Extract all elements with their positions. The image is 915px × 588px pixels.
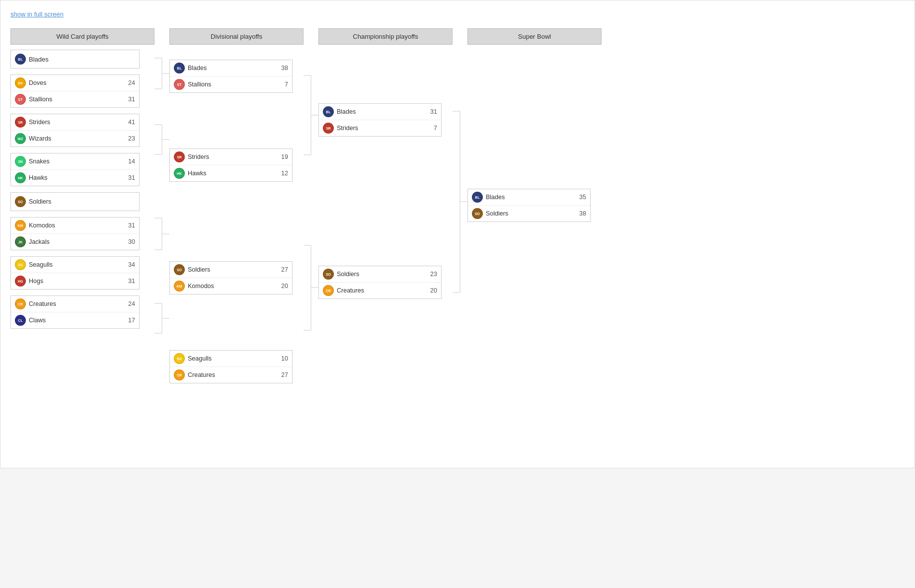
team-score: 20 [430,287,437,294]
team-name: Blades [29,56,49,63]
champ-matchup-1: BL Blades 31 SR Striders 7 [318,103,442,137]
wc-matchup-6: KM Komodos 31 JK Jackals 30 [10,217,140,250]
striders-icon-c: SR [323,123,334,134]
snakes-icon: SN [15,156,26,167]
wc-matchup-5: SO Soldiers [10,192,140,211]
team-name: Creatures [188,371,278,378]
komodos-icon-d: KM [174,281,185,292]
wc-matchup-3: SR Striders 41 WZ Wizards 23 [10,114,140,147]
team-score: 23 [128,135,135,142]
team-score: 24 [128,300,135,307]
team-name: Stallions [29,96,125,103]
championship-header: Championship playoffs [318,28,453,45]
connector-wc-div [154,49,169,458]
team-score: 38 [579,210,586,217]
team-name: Soldiers [486,210,576,217]
seagulls-icon: SG [15,259,26,270]
superbowl-header: Super Bowl [467,28,602,45]
team-name: Seagulls [188,355,278,362]
div-matchup-1: BL Blades 38 ST Stallions 7 [169,60,293,93]
team-score: 20 [281,283,288,290]
team-score: 27 [281,371,288,378]
team-name: Snakes [29,158,125,165]
striders-icon-d: SR [174,151,185,162]
team-name: Striders [29,119,125,126]
jackals-icon: JK [15,236,26,247]
divisional-matchups: BL Blades 38 ST Stallions 7 SR Stri [169,50,304,383]
soldiers-icon-c: SO [323,269,334,280]
team-score: 35 [579,194,586,201]
team-name: Komodos [188,283,278,290]
doves-icon: DV [15,77,26,88]
blades-icon-d: BL [174,63,185,74]
team-score: 12 [281,170,288,177]
wildcard-matchups: BL Blades DV Doves 24 ST Stallions [10,50,154,329]
connector-champ-sb [453,49,467,458]
wizards-icon: WZ [15,133,26,144]
creatures-icon: CR [15,298,26,309]
team-name: Hawks [188,170,278,177]
team-name: Wizards [29,135,125,142]
team-name: Hogs [29,278,125,285]
blades-icon-sb: BL [472,192,483,203]
champ-matchup-2: SO Soldiers 23 CR Creatures 20 [318,266,442,299]
team-score: 27 [281,266,288,273]
team-score: 19 [281,153,288,160]
team-name: Hawks [29,174,125,181]
divisional-header: Divisional playoffs [169,28,304,45]
seagulls-icon-d: SG [174,353,185,364]
team-score: 23 [430,271,437,278]
hogs-icon: HG [15,276,26,287]
team-score: 31 [128,278,135,285]
team-name: Soldiers [29,198,135,205]
soldiers-icon: SO [15,196,26,207]
team-name: Creatures [29,300,125,307]
div-matchup-3: SO Soldiers 27 KM Komodos 20 [169,261,293,294]
stallions-icon-d: ST [174,79,185,90]
team-score: 14 [128,158,135,165]
team-score: 7 [434,125,437,132]
team-name: Striders [337,125,431,132]
team-score: 10 [281,355,288,362]
superbowl-column: Super Bowl BL Blades 35 SO Soldiers 38 [467,28,602,222]
team-score: 31 [128,96,135,103]
team-score: 31 [128,222,135,229]
fullscreen-link[interactable]: show in full screen [10,10,64,18]
soldiers-icon-sb: SO [472,208,483,219]
team-name: Striders [188,153,278,160]
team-name: Stallions [188,81,282,88]
team-name: Creatures [337,287,427,294]
team-name: Claws [29,317,125,324]
komodos-icon: KM [15,220,26,231]
creatures-icon-d: CR [174,369,185,380]
div-matchup-2: SR Striders 19 HK Hawks 12 [169,148,293,182]
wildcard-header: Wild Card playoffs [10,28,154,45]
team-name: Soldiers [188,266,278,273]
blades-icon-c: BL [323,106,334,117]
connector-div-champ [304,49,318,458]
wc-matchup-2: DV Doves 24 ST Stallions 31 [10,74,140,108]
hawks-icon-d: HK [174,168,185,179]
team-score: 30 [128,238,135,245]
wildcard-column: Wild Card playoffs BL Blades DV Doves [10,28,154,329]
wc-matchup-7: SG Seagulls 34 HG Hogs 31 [10,256,140,290]
div-matchup-4: SG Seagulls 10 CR Creatures 27 [169,350,293,383]
striders-icon: SR [15,117,26,128]
team-name: Blades [188,65,278,72]
team-score: 31 [430,108,437,115]
team-name: Blades [337,108,427,115]
superbowl-matchup: BL Blades 35 SO Soldiers 38 [467,50,602,222]
team-score: 17 [128,317,135,324]
divisional-column: Divisional playoffs BL Blades 38 ST Stal… [169,28,304,383]
sb-matchup: BL Blades 35 SO Soldiers 38 [467,189,591,222]
wc-matchup-8: CR Creatures 24 CL Claws 17 [10,295,140,329]
wc-matchup-4: SN Snakes 14 HK Hawks 31 [10,153,140,186]
team-score: 31 [128,174,135,181]
team-score: 24 [128,79,135,86]
claws-icon: CL [15,315,26,326]
team-score: 38 [281,65,288,72]
team-name: Blades [486,194,576,201]
team-name: Soldiers [337,271,427,278]
team-name: Seagulls [29,261,125,268]
hawks-icon: HK [15,172,26,183]
